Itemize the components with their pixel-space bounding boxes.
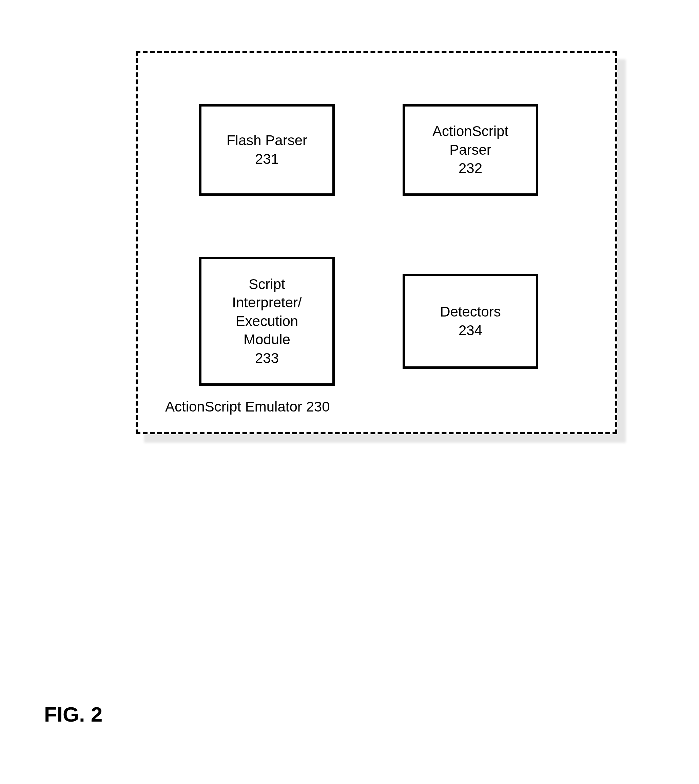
script-interpreter-line-1: Script [248,275,285,294]
actionscript-parser-title-1: ActionScript [432,122,509,141]
actionscript-emulator-container: Flash Parser 231 ActionScript Parser 232… [136,51,617,434]
actionscript-parser-title-2: Parser [449,141,492,159]
inner-boxes-group: Flash Parser 231 ActionScript Parser 232… [138,53,615,432]
script-interpreter-number: 233 [255,349,279,368]
script-interpreter-line-2: Interpreter/ [232,293,301,312]
detectors-title: Detectors [440,303,501,321]
detectors-box: Detectors 234 [403,274,538,369]
flash-parser-number: 231 [255,150,279,169]
script-interpreter-line-3: Execution [236,312,298,331]
detectors-number: 234 [459,321,482,340]
emulator-container-wrapper: Flash Parser 231 ActionScript Parser 232… [136,51,617,434]
actionscript-parser-number: 232 [459,159,482,178]
actionscript-parser-box: ActionScript Parser 232 [403,104,538,196]
container-label: ActionScript Emulator 230 [165,399,330,415]
flash-parser-box: Flash Parser 231 [199,104,335,196]
flash-parser-title: Flash Parser [227,131,307,150]
script-interpreter-line-4: Module [243,330,290,349]
figure-label: FIG. 2 [44,702,103,726]
script-interpreter-box: Script Interpreter/ Execution Module 233 [199,257,335,386]
